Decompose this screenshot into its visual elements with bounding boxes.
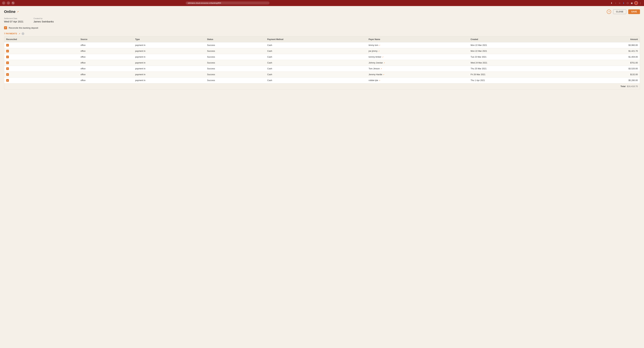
col-header-reconciled: Reconciled (4, 36, 78, 42)
top-actions: ? CLOSE SAVE (607, 9, 640, 14)
browser-toolbar: ⬇ ↑ ☆ ℹ ⬡ ▣ ⋮ (610, 1, 642, 5)
cell-reconciled[interactable] (4, 42, 78, 48)
cell-created: Wed 24 Mar 2021 (468, 60, 572, 66)
total-value: $16,418.70 (627, 85, 638, 88)
cell-source: office (78, 42, 133, 48)
payer-name-text: Johnny Joestar (368, 62, 383, 64)
cell-created: Mon 22 Mar 2021 (468, 48, 572, 54)
cell-reconciled[interactable] (4, 66, 78, 72)
back-button[interactable]: ← (2, 1, 5, 5)
cell-type: payment in (133, 42, 205, 48)
cell-payment-method: Cash (265, 48, 366, 54)
window-icon[interactable]: ▣ (630, 1, 633, 4)
created-by-field: Created by James Swinbanks (34, 17, 54, 23)
address-bar[interactable]: sttrinians.cloud.oncourse.cc/banking/904 (186, 1, 270, 4)
row-reconcile-checkbox[interactable] (6, 50, 9, 52)
cell-reconciled[interactable] (4, 54, 78, 60)
reconcile-row: Reconcile this banking deposit (4, 26, 640, 29)
cell-type: payment in (133, 66, 205, 72)
row-reconcile-checkbox[interactable] (6, 79, 9, 82)
puzzle-icon[interactable]: ⬡ (626, 1, 629, 4)
user-avatar[interactable] (634, 1, 638, 5)
payments-table-container: Reconciled Source Type Status Payment Me… (4, 36, 640, 89)
cell-created: Thu 25 Mar 2021 (468, 66, 572, 72)
cell-status: Success (205, 66, 265, 72)
table-row: office payment in Success Cash timmy tom… (4, 42, 640, 48)
cell-source: office (78, 78, 133, 83)
bookmark-icon[interactable]: ☆ (618, 1, 621, 4)
table-row: office payment in Success Cash robbie ly… (4, 78, 640, 83)
col-header-payer-name: Payer Name (366, 36, 468, 42)
col-header-amount: Amount (572, 36, 640, 42)
payments-options-icon[interactable] (22, 32, 24, 35)
payer-name-text: timmy tom (368, 44, 378, 46)
top-bar: Online ↗ ? CLOSE SAVE (4, 9, 640, 14)
col-header-source: Source (78, 36, 133, 42)
save-button[interactable]: SAVE (628, 9, 640, 14)
payer-external-link-icon[interactable]: ↗ (382, 56, 384, 58)
col-header-created: Created (468, 36, 572, 42)
cell-status: Success (205, 60, 265, 66)
row-reconcile-checkbox[interactable] (6, 44, 9, 46)
cell-payment-method: Cash (265, 78, 366, 83)
cell-payment-method: Cash (265, 54, 366, 60)
cell-status: Success (205, 54, 265, 60)
payer-name-text: Tom Jimson (368, 67, 380, 70)
cell-amount: $1,404.00 (572, 54, 640, 60)
reconcile-checkbox[interactable] (4, 26, 7, 29)
cell-source: office (78, 72, 133, 78)
row-reconcile-checkbox[interactable] (6, 67, 9, 70)
cell-type: payment in (133, 48, 205, 54)
cell-created: Mon 22 Mar 2021 (468, 42, 572, 48)
payer-external-link-icon[interactable]: ↗ (378, 50, 380, 52)
cell-payer-name: Johnny Joestar ↗ (366, 60, 468, 66)
payer-external-link-icon[interactable]: ↗ (380, 68, 382, 70)
payments-external-link-icon[interactable]: ↗ (18, 32, 20, 35)
payer-external-link-icon[interactable]: ↗ (379, 80, 380, 81)
payer-external-link-icon[interactable]: ↗ (384, 62, 385, 64)
total-label: Total (620, 85, 626, 88)
created-by-label: Created by (34, 17, 54, 19)
created-by-value: James Swinbanks (34, 20, 54, 23)
col-header-status: Status (205, 36, 265, 42)
row-reconcile-checkbox[interactable] (6, 61, 9, 64)
table-row: office payment in Success Cash Tom Jimso… (4, 66, 640, 72)
table-row: office payment in Success Cash Johnny Jo… (4, 60, 640, 66)
reload-button[interactable]: ↻ (12, 1, 15, 5)
title-external-link-icon[interactable]: ↗ (17, 10, 19, 13)
row-reconcile-checkbox[interactable] (6, 56, 9, 58)
payer-name-text: robbie lyle (368, 79, 378, 82)
reconcile-label: Reconcile this banking deposit (9, 27, 38, 29)
menu-icon[interactable]: ⋮ (639, 1, 642, 4)
cell-reconciled[interactable] (4, 48, 78, 54)
payer-external-link-icon[interactable]: ↗ (383, 74, 384, 76)
table-row: office payment in Success Cash Jeremy Ha… (4, 72, 640, 78)
info-icon[interactable]: ℹ (622, 1, 625, 4)
close-button[interactable]: CLOSE (613, 9, 626, 14)
cell-payment-method: Cash (265, 66, 366, 72)
page-title: Online (4, 9, 16, 14)
payer-external-link-icon[interactable]: ↗ (379, 44, 380, 46)
forward-button[interactable]: → (7, 1, 10, 5)
share-icon[interactable]: ↑ (614, 1, 617, 4)
cell-amount: $132.00 (572, 72, 640, 78)
cell-source: office (78, 60, 133, 66)
cell-status: Success (205, 42, 265, 48)
help-button[interactable]: ? (607, 9, 611, 14)
table-header-row: Reconciled Source Type Status Payment Me… (4, 36, 640, 42)
cell-reconciled[interactable] (4, 78, 78, 83)
total-row: Total $16,418.70 (4, 83, 640, 89)
cell-payer-name: joe jimmy ↗ (366, 48, 468, 54)
payer-name-text: tommy timber (368, 56, 381, 58)
payments-count: 7 PAYMENTS (4, 32, 17, 35)
cell-reconciled[interactable] (4, 72, 78, 78)
browser-chrome: ← → ↻ sttrinians.cloud.oncourse.cc/banki… (0, 0, 644, 6)
cell-payment-method: Cash (265, 72, 366, 78)
cell-type: payment in (133, 72, 205, 78)
cell-amount: $3,960.00 (572, 42, 640, 48)
settlement-date-field: Settlement Date Wed 07 Apr 2021 (4, 17, 24, 23)
payments-table: Reconciled Source Type Status Payment Me… (4, 36, 640, 83)
cell-reconciled[interactable] (4, 60, 78, 66)
download-icon[interactable]: ⬇ (610, 1, 613, 4)
row-reconcile-checkbox[interactable] (6, 73, 9, 76)
